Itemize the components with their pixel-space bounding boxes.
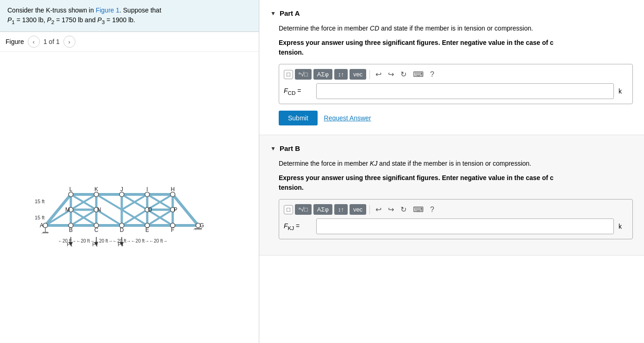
svg-text:G: G (200, 222, 204, 229)
right-panel: ▼ Part A Determine the force in member C… (259, 0, 644, 343)
arrows-btn-a[interactable]: ↕↑ (334, 69, 348, 80)
left-panel: Consider the K-truss shown in Figure 1. … (0, 0, 259, 343)
svg-point-55 (119, 192, 124, 197)
part-a-unit: k (619, 87, 628, 95)
part-b-header: ▼ Part B (270, 144, 633, 152)
submit-button-a[interactable]: Submit (279, 111, 318, 125)
svg-line-2 (42, 232, 43, 234)
request-answer-link-a[interactable]: Request Answer (324, 114, 371, 122)
svg-point-56 (145, 192, 150, 197)
part-b-section: ▼ Part B Determine the force in member K… (259, 135, 644, 256)
part-a-description: Determine the force in member CD and sta… (279, 24, 633, 33)
svg-text:L: L (69, 186, 72, 193)
part-a-chevron[interactable]: ▼ (270, 10, 276, 17)
part-a-input-label: FCD = (284, 87, 312, 96)
svg-text:D: D (119, 227, 124, 233)
prev-figure-button[interactable]: ‹ (28, 36, 40, 48)
figure-area: Figure ‹ 1 of 1 › (0, 32, 259, 343)
toolbar-sep-a (369, 70, 370, 79)
part-b-chevron[interactable]: ▼ (270, 145, 276, 152)
sqrt-btn-b[interactable]: ⁿ√□ (295, 204, 312, 215)
redo-btn-b[interactable]: ↪ (386, 204, 396, 215)
part-a-input-row: FCD = k (284, 83, 628, 99)
problem-text-values: P1 = 1300 lb, P2 = 1750 lb and P3 = 1900… (7, 15, 251, 26)
undo-btn-a[interactable]: ↩ (373, 69, 384, 80)
part-a-header: ▼ Part A (270, 9, 633, 17)
sqrt-icon-b: ⁿ√□ (299, 206, 308, 213)
figure-nav: Figure ‹ 1 of 1 › (0, 32, 259, 52)
part-a-body: Determine the force in member CD and sta… (270, 24, 633, 125)
truss-diagram: L K J I H A B C D E F G M N O P 15 ft 15… (32, 147, 227, 249)
toolbar-sep-b (369, 205, 370, 214)
undo-btn-b[interactable]: ↩ (373, 204, 384, 215)
part-b-instruction: Express your answer using three signific… (279, 173, 633, 193)
part-a-section: ▼ Part A Determine the force in member C… (259, 0, 644, 135)
refresh-btn-b[interactable]: ↻ (398, 204, 409, 215)
svg-text:←20 ft→←20 ft→←20 ft→←20 ft→←2: ←20 ft→←20 ft→←20 ft→←20 ft→←20 ft→←20 f… (58, 238, 168, 243)
figure-label: Figure (6, 38, 24, 45)
part-b-input-box: □ ⁿ√□ AΣφ ↕↑ vec ↩ ↪ ↻ ⌨ ? FKJ = (279, 199, 633, 239)
help-btn-a[interactable]: ? (428, 69, 437, 80)
part-b-title: Part B (280, 144, 300, 152)
vec-btn-b[interactable]: vec (350, 204, 366, 215)
sqrt-btn-a[interactable]: ⁿ√□ (295, 69, 312, 80)
svg-text:C: C (94, 227, 98, 233)
asigma-btn-b[interactable]: AΣφ (313, 204, 332, 215)
redo-btn-a[interactable]: ↪ (386, 69, 396, 80)
part-a-actions: Submit Request Answer (279, 111, 633, 125)
checkbox-btn-a[interactable]: □ (284, 70, 293, 79)
part-a-answer-input[interactable] (316, 83, 614, 99)
svg-text:I: I (146, 186, 148, 193)
svg-text:K: K (94, 186, 98, 193)
keyboard-btn-b[interactable]: ⌨ (411, 204, 426, 215)
svg-text:N: N (97, 206, 101, 213)
svg-point-57 (170, 192, 175, 197)
page-info: 1 of 1 (44, 38, 60, 45)
figure-link[interactable]: Figure 1 (96, 6, 119, 14)
part-a-input-box: □ ⁿ√□ AΣφ ↕↑ vec ↩ ↪ ↻ ⌨ ? FCD = (279, 64, 633, 104)
part-b-input-row: FKJ = k (284, 218, 628, 234)
keyboard-btn-a[interactable]: ⌨ (411, 69, 426, 80)
svg-text:H: H (170, 186, 175, 193)
sqrt-icon-a: ⁿ√□ (299, 71, 308, 78)
part-a-title: Part A (280, 9, 300, 17)
problem-text-line1: Consider the K-truss shown in Figure 1. … (7, 6, 251, 15)
svg-line-9 (194, 229, 195, 230)
part-a-instruction: Express your answer using three signific… (279, 38, 633, 57)
svg-point-53 (69, 192, 73, 197)
svg-text:M: M (65, 206, 70, 213)
next-figure-button[interactable]: › (63, 36, 75, 48)
svg-text:O: O (148, 206, 152, 213)
svg-text:J: J (120, 186, 123, 193)
part-b-input-label: FKJ = (284, 222, 312, 231)
part-b-answer-input[interactable] (316, 218, 614, 234)
checkbox-btn-b[interactable]: □ (284, 205, 293, 214)
svg-text:B: B (69, 227, 72, 233)
svg-text:P: P (173, 206, 177, 213)
arrows-btn-b[interactable]: ↕↑ (334, 204, 348, 215)
svg-text:E: E (145, 227, 149, 233)
svg-text:15 ft: 15 ft (35, 199, 44, 204)
asigma-btn-a[interactable]: AΣφ (313, 69, 332, 80)
svg-text:A: A (39, 222, 43, 229)
help-btn-b[interactable]: ? (428, 205, 437, 215)
part-b-unit: k (619, 223, 628, 230)
part-b-description: Determine the force in member KJ and sta… (279, 159, 633, 168)
problem-statement: Consider the K-truss shown in Figure 1. … (0, 0, 259, 32)
svg-point-54 (94, 192, 99, 197)
part-b-body: Determine the force in member KJ and sta… (270, 159, 633, 239)
svg-text:F: F (171, 227, 174, 233)
svg-point-46 (43, 223, 48, 228)
part-b-toolbar: □ ⁿ√□ AΣφ ↕↑ vec ↩ ↪ ↻ ⌨ ? (284, 204, 628, 215)
part-a-toolbar: □ ⁿ√□ AΣφ ↕↑ vec ↩ ↪ ↻ ⌨ ? (284, 69, 628, 80)
figure-content: L K J I H A B C D E F G M N O P 15 ft 15… (0, 52, 259, 343)
vec-btn-a[interactable]: vec (350, 69, 366, 80)
svg-text:15 ft: 15 ft (35, 215, 44, 220)
refresh-btn-a[interactable]: ↻ (398, 69, 409, 80)
